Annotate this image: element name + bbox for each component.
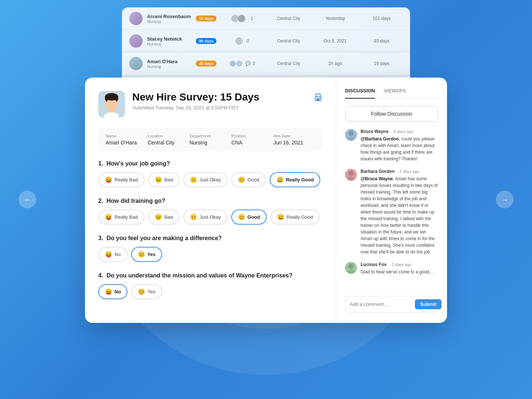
list-item-highlighted[interactable]: Amari O'Hara Nursing 45 days 💬 3 Central… [122,52,410,75]
tab-discussion[interactable]: DISCUSSION [345,88,375,99]
print-icon[interactable] [314,93,323,104]
time-col: Oct 5, 2021 [314,38,356,44]
option-really-bad-1[interactable]: 😝 Really Bad [98,172,144,187]
period-col: 19 days [361,61,403,66]
comment-item: Barbara Gordon · 2 days ago @Bruce Wayne… [345,169,438,255]
svg-point-14 [348,171,354,176]
options-row-3: 😝 No 😊 Yes [98,247,323,262]
survey-panel: New Hire Survey: 15 Days Submitted Tuesd… [85,78,336,323]
person-dept: Nursing [147,19,191,24]
option-good-2-selected[interactable]: 😊 Good [231,209,267,225]
question-2: 2. How did training go? 😝 Really Bad 😣 B… [98,198,323,225]
option-bad-2[interactable]: 😣 Bad [148,209,180,225]
info-location: Location Central City [147,134,189,146]
svg-point-3 [105,93,118,100]
option-really-good-2[interactable]: 😄 Really Good [270,209,320,225]
person-dept: Nursing [147,64,191,69]
avatar [129,34,143,48]
svg-rect-6 [316,94,320,97]
comment-item: Lucious Fox · 2 days ago Glad to hear we… [345,262,438,275]
info-row: Name Amari O'Hara Location Central City … [98,128,323,151]
option-bad-1[interactable]: 😣 Bad [148,172,180,187]
avatar [345,169,357,181]
svg-point-11 [348,131,354,136]
person-name: Stacey Netwick [147,36,191,42]
days-badge: 15 days [196,16,216,21]
period-col: 101 days [361,16,403,21]
survey-avatar [98,91,125,117]
options-row-4: 😝 No 😊 Yes [98,284,323,299]
info-position: Position CNA [231,134,273,146]
avatar [345,262,357,274]
question-3: 3. Do you feel you are making a differen… [98,235,323,262]
person-name: Amari O'Hara [147,59,191,64]
question-4: 4. Do you understand the mission and val… [98,272,323,299]
question-1: 1. How's your job going? 😝 Really Bad 😣 … [98,160,323,187]
time-col: Yesterday [314,16,356,21]
comment-input-row: Submit [345,296,438,313]
location-col: Central City [267,61,310,66]
submit-comment-button[interactable]: Submit [415,299,441,309]
option-good-1[interactable]: 😊 Good [231,172,266,187]
svg-point-17 [348,264,354,269]
location-col: Central City [267,16,310,21]
tabs-row: DISCUSSION VIEWERS [345,88,438,99]
days-badge: 45 days [196,61,216,66]
comment-input[interactable] [350,301,412,307]
tab-viewers[interactable]: VIEWERS [384,88,406,98]
person-name: Arceni Rosenbaum [147,14,191,19]
option-really-bad-2[interactable]: 😝 Really Bad [98,209,144,225]
option-no-4-selected[interactable]: 😝 No [98,284,127,299]
list-item[interactable]: Arceni Rosenbaum Nursing 15 days · 1 Cen… [122,7,410,30]
main-modal: New Hire Survey: 15 Days Submitted Tuesd… [85,78,447,323]
option-really-good-1-selected[interactable]: 😄 Really Good [270,172,321,187]
survey-title: New Hire Survey: 15 Days [132,91,306,103]
comments-area: Bruce Wayne · 3 days ago @Barbara Gordon… [345,129,438,290]
options-row-2: 😝 Really Bad 😣 Bad 😐 Just Okay 😊 Good 😄 [98,209,323,225]
avatar [345,129,357,141]
option-just-okay-2[interactable]: 😐 Just Okay [183,209,228,225]
survey-subtitle: Submitted Tuesday, Sep 28, 2021 at 3:55P… [132,105,306,110]
discussion-panel: DISCUSSION VIEWERS Follow Discussion Bru… [336,78,447,323]
prev-arrow[interactable]: ← [18,191,36,208]
svg-point-9 [320,98,320,98]
info-name: Name Amari O'Hara [106,134,147,146]
option-just-okay-1[interactable]: 😐 Just Okay [183,172,228,187]
person-dept: Nursing [147,42,191,46]
period-col: 93 days [361,38,403,44]
next-arrow[interactable]: → [496,191,514,208]
follow-discussion-button[interactable]: Follow Discussion [345,106,438,122]
list-item[interactable]: Stacey Netwick Nursing 90 days · 0 Centr… [122,30,410,52]
survey-header: New Hire Survey: 15 Days Submitted Tuesd… [98,91,323,117]
time-col: 2h ago [314,61,356,66]
location-col: Central City [267,38,310,44]
days-badge: 90 days [196,38,216,44]
avatar [129,57,143,70]
option-yes-4[interactable]: 😊 Yes [131,284,162,299]
options-row-1: 😝 Really Bad 😣 Bad 😐 Just Okay 😊 Good 😄 [98,172,323,187]
info-department: Department Nursing [190,134,231,146]
info-hire-date: Hire Date Jun 16, 2021 [273,134,315,146]
avatar [129,12,143,25]
option-yes-3-selected[interactable]: 😊 Yes [131,247,162,262]
comment-item: Bruce Wayne · 3 days ago @Barbara Gordon… [345,129,438,162]
option-no-3[interactable]: 😝 No [98,247,127,262]
svg-rect-8 [317,98,320,100]
